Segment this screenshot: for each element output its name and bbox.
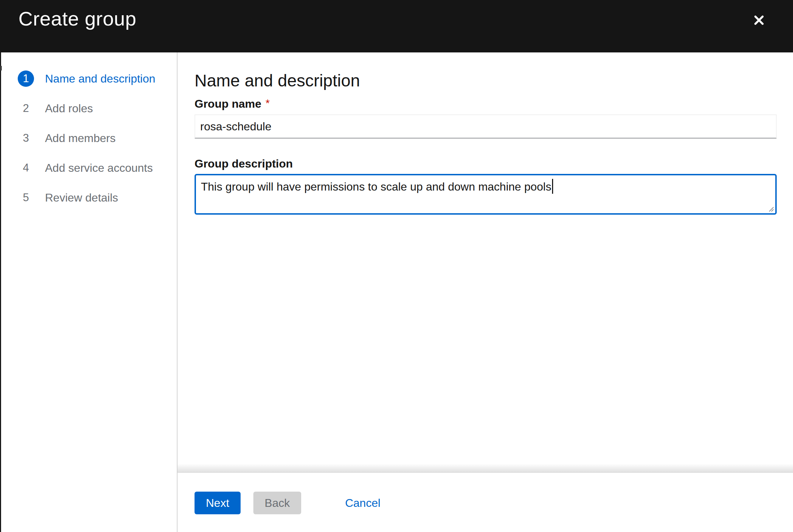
wizard-main: Name and description Group name* Group d… [178, 52, 793, 532]
step-1-label: Name and description [45, 72, 155, 85]
step-2-indicator: 2 [18, 100, 34, 117]
required-asterisk: * [265, 97, 270, 109]
wizard-step-nav: 1 Name and description 2 Add roles 3 Add… [0, 52, 178, 532]
cancel-button[interactable]: Cancel [345, 492, 381, 514]
create-group-wizard-modal: Create group 1 Name and description 2 Ad… [0, 0, 793, 532]
step-add-roles[interactable]: 2 Add roles [0, 94, 177, 123]
step-add-service-accounts[interactable]: 4 Add service accounts [0, 153, 177, 183]
group-name-input[interactable] [195, 114, 777, 138]
step-5-indicator: 5 [18, 189, 34, 206]
group-description-text: This group will have permissions to scal… [201, 180, 551, 193]
group-description-textarea[interactable]: This group will have permissions to scal… [195, 174, 777, 215]
wizard-body: 1 Name and description 2 Add roles 3 Add… [0, 52, 793, 532]
backdrop-left-sliver [0, 0, 1, 532]
backdrop-notch [0, 66, 2, 70]
wizard-title: Create group [18, 7, 136, 30]
wizard-header: Create group [0, 0, 793, 52]
step-review-details[interactable]: 5 Review details [0, 183, 177, 213]
step-5-label: Review details [45, 191, 118, 204]
wizard-content: Name and description Group name* Group d… [178, 52, 793, 473]
step-1-indicator: 1 [18, 70, 34, 87]
next-button[interactable]: Next [195, 492, 241, 514]
step-add-members[interactable]: 3 Add members [0, 123, 177, 153]
back-button[interactable]: Back [253, 492, 301, 514]
close-button[interactable] [749, 10, 769, 30]
resize-grip-icon[interactable] [767, 205, 775, 213]
step-4-label: Add service accounts [45, 162, 153, 175]
step-3-label: Add members [45, 132, 116, 145]
wizard-footer: Next Back Cancel [178, 473, 793, 532]
page-title: Name and description [195, 71, 777, 91]
step-2-label: Add roles [45, 102, 93, 115]
group-name-label: Group name* [195, 96, 777, 112]
step-3-indicator: 3 [18, 130, 34, 146]
text-cursor [552, 179, 553, 194]
step-name-and-description[interactable]: 1 Name and description [0, 64, 177, 94]
step-4-indicator: 4 [18, 160, 34, 176]
group-description-label: Group description [195, 156, 777, 171]
close-icon [753, 14, 765, 26]
